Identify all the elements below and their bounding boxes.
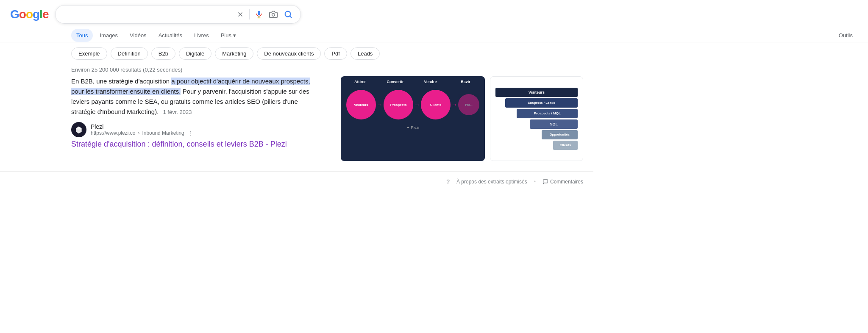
source-row: Plezi https://www.plezi.co › Inbound Mar… [71,122,320,137]
camera-icon [269,10,278,19]
funnel-circle-pro: Pro... [458,94,479,115]
funnel-arrow-3: → [451,101,457,108]
funnel-header: Attirer Convertir Vendre Ravir [341,76,485,86]
source-logo-icon [71,122,86,137]
chip-nouveaux-clients[interactable]: De nouveaux clients [257,47,321,60]
pyramid-level-0: Visiteurs [495,88,578,97]
funnel-diagram: Attirer Convertir Vendre Ravir Visiteurs… [341,76,485,161]
pyramid-level-4: Opportunités [495,130,578,139]
right-column: Attirer Convertir Vendre Ravir Visiteurs… [341,76,583,161]
clear-search-button[interactable] [236,10,245,19]
search-icon [284,10,293,19]
snippet-text-before: En B2B, une stratégie d'acquisition [71,78,171,85]
funnel-circles: Visiteurs → Prospects → Clients → Pro... [341,86,485,124]
funnel-col-vendre: Vendre [418,80,443,84]
pyramid-diagram: Visiteurs Suspects / Leads Prospects / M… [490,76,583,161]
featured-snippet: En B2B, une stratégie d'acquisition a po… [71,76,320,117]
comments-link[interactable]: Commentaires [542,179,583,185]
chip-b2b[interactable]: B2b [151,47,175,60]
chip-pdf[interactable]: Pdf [324,47,347,60]
chip-definition[interactable]: Définition [111,47,148,60]
search-submit-button[interactable] [283,9,294,20]
source-url: https://www.plezi.co › Inbound Marketing… [91,130,193,136]
logo-g2: g [33,8,39,21]
funnel-arrow-1: → [377,101,383,108]
search-input[interactable]: stratégie d'acquisition [62,11,231,18]
pyramid-level-2: Prospects / MQL [495,109,578,118]
chip-digitale[interactable]: Digitale [179,47,211,60]
tab-livres[interactable]: Livres [189,29,214,42]
pyramid-bar-visiteurs: Visiteurs [495,88,578,97]
svg-rect-2 [258,11,260,15]
svg-point-6 [285,11,291,17]
tab-tous[interactable]: Tous [71,29,93,42]
chip-marketing[interactable]: Marketing [215,47,253,60]
search-bar: stratégie d'acquisition [55,5,301,24]
funnel-col-ravir: Ravir [453,80,479,84]
pyramid-bar-opportunites: Opportunités [542,130,578,139]
results-count: Environ 25 200 000 résultats (0,22 secon… [0,65,868,76]
left-column: En B2B, une stratégie d'acquisition a po… [71,76,320,161]
source-name: Plezi [91,123,193,130]
chip-exemple[interactable]: Exemple [71,47,107,60]
pyramid-level-5: Clients [495,141,578,150]
logo-o1: o [19,8,26,21]
funnel-arrow-2: → [414,101,420,108]
logo-l: l [39,8,42,21]
question-icon: ? [446,178,450,185]
pyramid-level-3: SQL [495,119,578,129]
plezi-logo: ✦ Plezi [341,124,485,131]
more-options-icon[interactable]: ⋮ [188,130,193,136]
divider [249,9,250,19]
chips-row: Exemple Définition B2b Digitale Marketin… [0,42,868,65]
svg-point-5 [272,14,275,17]
image-search-button[interactable] [268,9,278,19]
funnel-col-attirer: Attirer [348,80,373,84]
search-icons [236,9,294,20]
tab-videos[interactable]: Vidéos [125,29,152,42]
funnel-circle-clients: Clients [421,90,451,119]
pyramid-bar-prospects: Prospects / MQL [517,109,578,118]
pyramid-bar-suspects: Suspects / Leads [505,98,578,108]
about-extraits-link[interactable]: À propos des extraits optimisés [456,179,527,185]
result-link[interactable]: Stratégie d'acquisition : définition, co… [71,140,320,149]
logo-g: G [10,8,19,21]
nav-tabs: Tous Images Vidéos Actualités Livres Plu… [0,27,868,42]
tab-outils[interactable]: Outils [834,29,858,42]
voice-search-button[interactable] [254,9,264,19]
comments-icon [542,179,548,185]
chip-leads[interactable]: Leads [351,47,380,60]
pyramid-level-1: Suspects / Leads [495,98,578,108]
separator: • [534,179,536,185]
funnel-col-convertir: Convertir [383,80,408,84]
svg-line-7 [290,16,292,18]
microphone-icon [255,10,263,19]
tab-images[interactable]: Images [95,29,123,42]
google-logo: G o o g l e [10,8,48,21]
pyramid-bar-clients: Clients [553,141,578,150]
logo-o2: o [26,8,33,21]
funnel-circle-prospects: Prospects [384,90,413,119]
source-info: Plezi https://www.plezi.co › Inbound Mar… [91,123,193,136]
main-content: En B2B, une stratégie d'acquisition a po… [0,76,593,161]
close-icon [236,11,244,18]
logo-e: e [42,8,49,21]
pyramid-bar-sql: SQL [530,119,578,129]
header: G o o g l e stratégie d'acquisition [0,0,868,27]
images-row: Attirer Convertir Vendre Ravir Visiteurs… [341,76,583,161]
tab-plus[interactable]: Plus ▾ [216,29,241,42]
bottom-row: ? À propos des extraits optimisés • Comm… [0,171,593,189]
tab-actualites[interactable]: Actualités [153,29,187,42]
funnel-circle-visiteurs: Visiteurs [346,90,376,119]
snippet-date: 1 févr. 2023 [163,109,192,115]
